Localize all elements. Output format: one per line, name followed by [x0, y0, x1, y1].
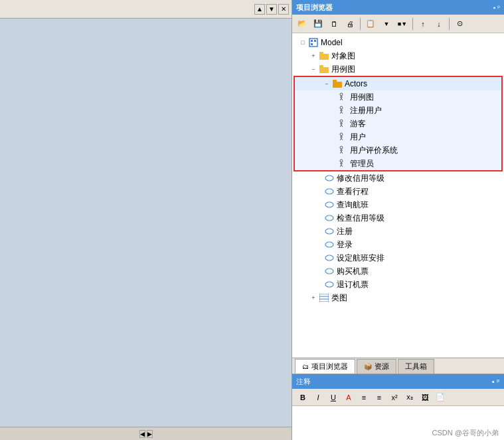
expand-usecase-parent-icon: − — [308, 64, 319, 74]
svg-line-29 — [341, 138, 343, 140]
notes-indent-button[interactable]: ≡ — [357, 391, 371, 404]
tree-item-model[interactable]: □ Model — [292, 36, 504, 49]
tree-item-uc-denglu[interactable]: 登录 — [292, 238, 504, 251]
tab-browser-label: 项目浏览器 — [311, 362, 348, 372]
classdiagram-label: 类图 — [331, 292, 347, 304]
tab-browser[interactable]: 🗂 项目浏览器 — [295, 359, 355, 374]
tb-export-button[interactable]: 📋 — [363, 17, 378, 31]
tree-item-uc-sheding[interactable]: 设定航班安排 — [292, 251, 504, 265]
usecase-sub-icon — [337, 92, 348, 102]
tree-view[interactable]: □ Model + — [292, 33, 504, 358]
notes-underline-button[interactable]: U — [327, 391, 340, 404]
notes-superscript-button[interactable]: x² — [388, 391, 401, 404]
collapse-up-button[interactable]: ▲ — [254, 4, 265, 15]
uc-goumai-icon — [324, 266, 335, 276]
expand-uc-denglu-icon — [319, 239, 324, 250]
notes-toolbar: B I U A ≡ ≡ x² x₂ 🖼 📄 — [292, 389, 504, 406]
actors-folder-icon — [332, 78, 343, 89]
tree-item-uc-jiancha[interactable]: 检查信用等级 — [292, 211, 504, 225]
objectdiagram-icon — [319, 51, 329, 61]
uc-goumai-label: 购买机票 — [337, 266, 369, 277]
tree-item-usecase-sub[interactable]: 用例图 — [295, 90, 501, 104]
tree-item-uc-chaxun[interactable]: 查询航班 — [292, 198, 504, 211]
expand-actor-zhuce-icon — [332, 105, 337, 116]
tb-save2-button[interactable]: 🗒 — [327, 17, 341, 31]
svg-line-34 — [341, 152, 343, 154]
pin-button[interactable]: ▪ ᵖ — [493, 4, 500, 11]
actor-pingjia-icon — [337, 145, 348, 156]
actor-yonghu-icon — [337, 132, 348, 142]
tree-item-classdiagram[interactable]: + 类图 — [292, 291, 504, 304]
tb-save-button[interactable]: 💾 — [311, 17, 325, 31]
tab-browser-icon: 🗂 — [302, 363, 309, 370]
tab-resources[interactable]: 📦 资源 — [357, 359, 396, 374]
actor-youke-label: 游客 — [350, 118, 366, 130]
usecasediagram-parent-icon — [319, 64, 329, 74]
project-browser-header: 项目浏览器 ▪ ᵖ — [292, 0, 504, 15]
tab-toolbox[interactable]: 工具箱 — [398, 359, 434, 374]
collapse-down-button[interactable]: ▼ — [266, 4, 277, 15]
tree-item-actor-zhuce[interactable]: 注册用户 — [295, 104, 501, 117]
tb-down-button[interactable]: ↓ — [432, 17, 446, 31]
svg-rect-1 — [311, 40, 313, 42]
notes-subscript-button[interactable]: x₂ — [403, 391, 416, 404]
expand-classdiagram-icon: + — [308, 292, 319, 303]
expand-uc-chaxun-icon — [319, 199, 324, 210]
expand-uc-zhuce-icon — [319, 226, 324, 237]
svg-point-42 — [325, 202, 333, 207]
tree-item-usecasediagram-parent[interactable]: − 用例图 — [292, 62, 504, 76]
tb-gen-button[interactable]: ■▼ — [395, 17, 410, 31]
tree-item-uc-zhuce[interactable]: 注册 — [292, 225, 504, 238]
close-left-button[interactable]: ✕ — [278, 4, 289, 15]
tree-item-uc-tuiding[interactable]: 退订机票 — [292, 278, 504, 291]
svg-rect-0 — [309, 39, 317, 47]
tree-item-actor-admin[interactable]: 管理员 — [295, 157, 501, 170]
tb-help-button[interactable]: ⊙ — [452, 17, 467, 31]
tree-item-uc-goumai[interactable]: 购买机票 — [292, 265, 504, 278]
svg-rect-49 — [319, 294, 329, 302]
objectdiagram-label: 对象图 — [331, 51, 355, 62]
nav-right-button[interactable]: ▶ — [147, 430, 153, 438]
usecase-sub-label: 用例图 — [350, 92, 374, 103]
expand-model-icon: □ — [297, 37, 308, 48]
svg-point-30 — [340, 146, 343, 149]
expand-objectdiagram-icon: + — [308, 51, 319, 61]
uc-xiugai-label: 修改信用等级 — [337, 173, 384, 184]
tree-item-uc-chakan[interactable]: 查看行程 — [292, 185, 504, 198]
notes-doc-button[interactable]: 📄 — [434, 391, 447, 404]
notes-bold-button[interactable]: B — [296, 391, 309, 404]
notes-color-button[interactable]: A — [342, 391, 355, 404]
expand-uc-tuiding-icon — [319, 279, 324, 290]
uc-chakan-icon — [324, 186, 335, 197]
uc-zhuce-icon — [324, 226, 335, 237]
tree-item-uc-xiugai[interactable]: 修改信用等级 — [292, 171, 504, 185]
tb-up-button[interactable]: ↑ — [416, 17, 430, 31]
notes-panel: 注释 ▪ ᵖ B I U A ≡ ≡ x² x₂ 🖼 📄 CSDN @谷哥的小弟 — [292, 374, 504, 440]
svg-point-47 — [325, 269, 333, 274]
uc-chaxun-label: 查询航班 — [337, 199, 369, 211]
project-browser-title: 项目浏览器 — [296, 3, 333, 13]
tab-toolbox-label: 工具箱 — [405, 362, 427, 372]
tree-item-actor-youke[interactable]: 游客 — [295, 117, 501, 130]
notes-italic-button[interactable]: I — [311, 391, 325, 404]
notes-content[interactable]: CSDN @谷哥的小弟 — [292, 406, 504, 440]
notes-outdent-button[interactable]: ≡ — [373, 391, 386, 404]
tree-item-actor-yonghu[interactable]: 用户 — [295, 130, 501, 144]
notes-pin[interactable]: ▪ ᵖ — [492, 378, 500, 386]
left-panel-content — [0, 19, 292, 427]
tree-item-actor-pingjia[interactable]: 用户评价系统 — [295, 144, 501, 157]
watermark: CSDN @谷哥的小弟 — [432, 428, 499, 438]
nav-left-button[interactable]: ◀ — [139, 430, 145, 438]
browser-toolbar: 📂 💾 🗒 🖨 📋 ▼ ■▼ ↑ ↓ ⊙ — [292, 15, 504, 33]
svg-point-48 — [325, 282, 333, 287]
tree-item-actors[interactable]: − Actors — [295, 77, 501, 90]
notes-image-button[interactable]: 🖼 — [418, 391, 432, 404]
expand-actor-admin-icon — [332, 158, 337, 169]
svg-point-10 — [340, 93, 343, 96]
svg-rect-3 — [311, 43, 313, 45]
tree-item-objectdiagram[interactable]: + 对象图 — [292, 49, 504, 62]
tb-open-button[interactable]: 📂 — [295, 17, 309, 31]
tb-print-button[interactable]: 🖨 — [343, 17, 357, 31]
expand-actor-pingjia-icon — [332, 145, 337, 156]
tb-import-button[interactable]: ▼ — [379, 17, 394, 31]
